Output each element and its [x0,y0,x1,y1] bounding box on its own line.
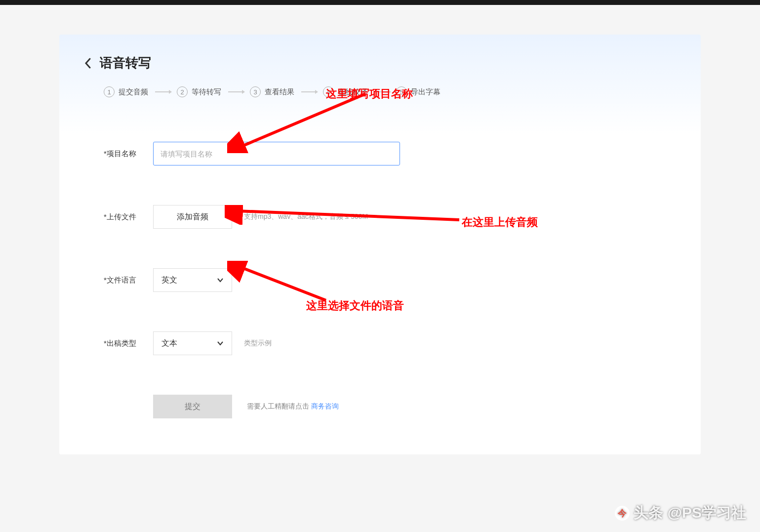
watermark: 今 头条 @PS学习社 [615,503,746,523]
language-select[interactable]: 英文 [153,268,232,292]
step-2: 2 等待转写 [177,86,221,97]
back-icon[interactable] [84,58,91,69]
steps-bar: 1 提交音频 2 等待转写 3 查看结果 4 在线校译 5 导出字幕 [104,86,676,97]
chevron-down-icon [217,341,224,346]
business-consult-link[interactable]: 商务咨询 [311,402,339,410]
step-label: 提交音频 [119,87,148,97]
watermark-logo-icon: 今 [615,506,630,521]
step-label: 在线校译 [338,87,367,97]
project-name-label: *项目名称 [104,149,153,159]
step-number: 4 [323,86,334,97]
output-type-select[interactable]: 文本 [153,331,232,355]
chevron-down-icon [217,278,224,283]
step-number: 3 [250,86,261,97]
output-type-label: *出稿类型 [104,339,153,348]
step-4: 4 在线校译 [323,86,367,97]
step-5: 5 导出字幕 [396,86,440,97]
project-name-input[interactable] [153,142,400,165]
main-card: 语音转写 1 提交音频 2 等待转写 3 查看结果 4 在线校译 [59,35,701,454]
output-type-selected: 文本 [161,338,177,349]
step-arrow-icon [301,91,316,92]
step-number: 5 [396,86,407,97]
output-type-hint: 类型示例 [244,339,272,348]
step-number: 2 [177,86,188,97]
step-3: 3 查看结果 [250,86,294,97]
step-number: 1 [104,86,115,97]
upload-label: *上传文件 [104,212,153,222]
step-arrow-icon [155,91,170,92]
upload-hint: 支持mp3、wav、aac格式，音频 ≤ 500M [244,212,368,221]
page-title: 语音转写 [100,54,151,72]
step-label: 等待转写 [192,87,221,97]
top-bar [0,0,760,5]
submit-hint: 需要人工精翻请点击 商务咨询 [247,402,339,411]
step-label: 查看结果 [265,87,294,97]
add-audio-button[interactable]: 添加音频 [153,205,232,229]
step-label: 导出字幕 [411,87,440,97]
submit-button[interactable]: 提交 [153,395,232,418]
step-1: 1 提交音频 [104,86,148,97]
language-label: *文件语言 [104,276,153,285]
step-arrow-icon [228,91,243,92]
language-selected: 英文 [161,275,177,286]
step-arrow-icon [374,91,389,92]
